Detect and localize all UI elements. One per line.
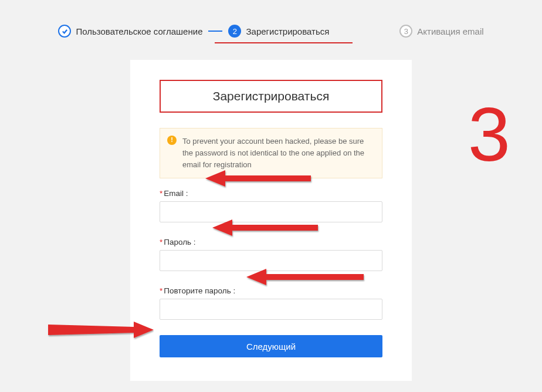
step-3-circle: 3 — [399, 25, 412, 38]
email-label: *Email : — [160, 189, 382, 198]
step-connector — [208, 31, 222, 32]
step-1: Пользовательское соглашение — [58, 25, 202, 38]
step-2-circle: 2 — [228, 25, 241, 38]
step-3-label: Активация email — [417, 26, 483, 36]
next-button[interactable]: Следующий — [160, 335, 382, 357]
check-icon — [58, 25, 71, 38]
warning-text: To prevent your account been hacked, ple… — [182, 137, 364, 169]
confirm-password-field-group: *Повторите пароль : — [160, 286, 382, 320]
confirm-password-input[interactable] — [160, 299, 382, 320]
confirm-password-label: *Повторите пароль : — [160, 286, 382, 295]
step-2-label: Зарегистрироваться — [246, 26, 329, 36]
email-input[interactable] — [160, 201, 382, 222]
step-active-underline — [215, 42, 353, 43]
registration-card: Зарегистрироваться ! To prevent your acc… — [130, 60, 412, 381]
step-1-label: Пользовательское соглашение — [76, 26, 202, 36]
password-label: *Пароль : — [160, 238, 382, 246]
email-field-group: *Email : — [160, 189, 382, 222]
step-2: 2 Зарегистрироваться — [228, 25, 329, 38]
annotation-step-number: 3 — [468, 96, 510, 173]
step-3: 3 Активация email — [399, 25, 483, 38]
password-field-group: *Пароль : — [160, 238, 382, 271]
password-input[interactable] — [160, 250, 382, 271]
warning-box: ! To prevent your account been hacked, p… — [160, 128, 382, 178]
exclamation-icon: ! — [167, 136, 177, 145]
form-title: Зарегистрироваться — [160, 80, 382, 113]
